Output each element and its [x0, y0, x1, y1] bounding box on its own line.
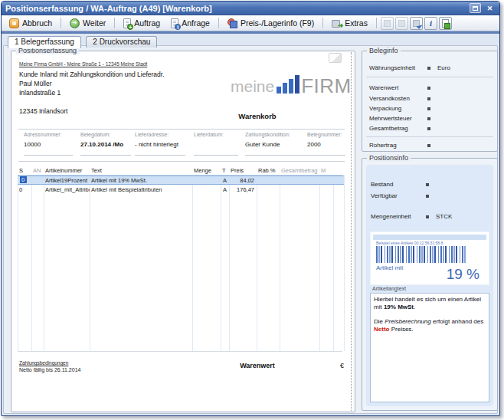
table-row-selected[interactable]: 0 Artikel19Prozent Artikel mit 19% MwSt.… — [18, 176, 344, 185]
panel-toggle-2-button[interactable] — [395, 17, 408, 30]
company-logo: meine FIRMA — [231, 75, 352, 94]
field-label: Adressnummer: — [24, 132, 73, 137]
inquiry-document-icon: i — [171, 18, 178, 28]
address-line: Kunde Inland mit Zahlungskondition und L… — [19, 71, 165, 78]
info-label: Mehrwertsteuer — [369, 115, 427, 122]
zahlungsbedingungen-label: Zahlungsbedingungen — [19, 360, 68, 366]
auftrag-button[interactable]: + Auftrag — [119, 17, 165, 30]
barcode-caption: Beispiel eines Artikels 00:12:56:31:58.8 — [376, 241, 486, 245]
selected-cell[interactable]: 0 — [20, 176, 27, 183]
separator-square-icon — [426, 215, 429, 218]
divider — [18, 161, 345, 162]
cell-artikelnummer: Artikel_mit_Attribu — [44, 186, 90, 193]
col-an[interactable]: AN — [31, 167, 44, 174]
document-page: Meine Firma GmbH - Meine Straße 1 - 1234… — [12, 52, 352, 411]
separator-square-icon — [426, 195, 429, 198]
restore-window-button[interactable] — [470, 3, 481, 13]
field-label: Lieferdatum: — [194, 132, 238, 137]
abbruch-button[interactable]: Abbruch — [5, 17, 57, 30]
col-rab[interactable]: Rab.% — [257, 167, 280, 174]
logo-word-firma: FIRMA — [301, 77, 352, 94]
col-gesamtbetrag[interactable]: Gesamtbetrag — [280, 167, 319, 174]
zahlungskondition-field[interactable]: Zahlungskondition: Guter Kunde — [245, 132, 311, 156]
cancel-icon — [9, 18, 19, 28]
field-value[interactable]: 27.10.2014 /Mo — [80, 141, 131, 148]
edit-document-button[interactable] — [410, 17, 423, 30]
close-window-button[interactable]: ✕ — [484, 3, 496, 13]
separator-square-icon — [427, 87, 430, 90]
field-value[interactable]: 10000 — [24, 141, 73, 148]
artikellangtext-box[interactable]: Hierbei handelt es sich um einen Artikel… — [370, 293, 489, 402]
barcode-text-line1: Artikel mit — [376, 264, 403, 271]
col-preis[interactable]: Preis — [229, 167, 257, 174]
divider — [18, 129, 345, 130]
anfrage-button[interactable]: i Anfrage — [166, 17, 214, 30]
info-button[interactable]: i — [424, 17, 437, 30]
col-menge[interactable]: Menge — [192, 167, 221, 174]
weiter-button[interactable]: Weiter — [65, 17, 110, 30]
next-arrow-icon — [70, 18, 80, 28]
sender-line: Meine Firma GmbH - Meine Straße 1 - 1234… — [19, 61, 147, 67]
info-label: Versandkosten — [369, 95, 427, 102]
field-value[interactable]: - nicht hinterlegt — [135, 141, 185, 148]
separator-square-icon — [427, 67, 430, 70]
separator-square-icon — [427, 107, 430, 110]
mengeneinheit-row: Mengeneinheit STCK — [371, 212, 490, 221]
col-artikelnummer[interactable]: Artikelnummer — [44, 167, 90, 174]
info-label: Warenwert — [369, 84, 427, 91]
beleginfo-group-label: Beleginfo — [367, 47, 401, 54]
panel-icon — [384, 20, 391, 27]
toolbar-separator — [218, 18, 219, 28]
titlebar[interactable]: Positionserfassung / WA-Auftrag (A49) [W… — [2, 2, 499, 15]
toolbar-separator — [114, 18, 115, 28]
info-badge-icon: i — [175, 24, 181, 30]
info-value: Euro — [437, 64, 450, 71]
address-line: Inlandstraße 1 — [19, 89, 61, 97]
restore-icon — [473, 6, 478, 11]
col-t[interactable]: T — [221, 167, 229, 174]
page-curl-icon[interactable] — [329, 53, 342, 63]
document-add-button[interactable] — [439, 17, 452, 30]
cell-text: Artikel mit 19% MwSt. — [90, 177, 192, 184]
col-s[interactable]: S — [18, 167, 31, 174]
adressnummer-field[interactable]: Adressnummer: 10000 — [24, 132, 73, 156]
info-label: Mengeneinheit — [371, 213, 426, 220]
rohertrag-row: Rohertrag — [369, 141, 493, 149]
preis-lagerinfo-button[interactable]: Preis-/Lagerinfo (F9) — [223, 17, 319, 30]
tab-druckvorschau[interactable]: 2 Druckvorschau — [86, 36, 157, 48]
verpackung-row: Verpackung — [369, 104, 493, 113]
address-line: Paul Müller — [19, 80, 52, 87]
lieferdatum-field[interactable]: Lieferdatum: — [194, 132, 238, 156]
cell-t: A — [221, 186, 229, 193]
info-label: Verfügbar — [371, 192, 426, 199]
field-value[interactable]: Guter Kunde — [245, 141, 311, 148]
bar-chart-logo-icon — [277, 75, 299, 94]
artikellangtext-label: Artikellangtext — [372, 286, 406, 291]
col-m[interactable]: M — [319, 167, 333, 174]
separator-square-icon — [427, 144, 430, 147]
table-header[interactable]: S AN Artikelnummer Text Menge T Preis Ra… — [18, 166, 344, 175]
abbruch-label: Abbruch — [22, 18, 52, 28]
extras-label: Extras — [345, 18, 368, 28]
warenwert-label: Warenwert — [219, 362, 296, 369]
table-row[interactable]: 0 Artikel_mit_Attribu Artikel mit Beispi… — [18, 185, 344, 194]
address-line: 12345 Inlandsort — [19, 107, 67, 115]
lieferadresse-field[interactable]: Lieferadresse: - nicht hinterlegt — [135, 132, 185, 156]
extras-button[interactable]: Extras — [327, 17, 372, 30]
price-stock-info-icon — [227, 18, 237, 28]
belegnummer-field[interactable]: Belegnummer: 2000 — [307, 132, 345, 156]
field-value[interactable]: 2000 — [307, 141, 345, 148]
toolbar-separator — [322, 18, 323, 28]
positionsinfo-group-label: Positionsinfo — [367, 154, 411, 162]
waehrungseinheit-row: Währungseinheit Euro — [369, 64, 493, 72]
cell-text: Artikel mit Beispielattributen — [90, 186, 192, 193]
gesamtbetrag-row: Gesamtbetrag — [369, 124, 493, 133]
field-label: Lieferadresse: — [135, 132, 185, 137]
belegdatum-field[interactable]: Belegdatum: 27.10.2014 /Mo — [80, 132, 131, 156]
col-text[interactable]: Text — [90, 167, 192, 174]
extras-icon — [332, 18, 342, 28]
tab-bar: 1 Belegerfassung 2 Druckvorschau — [8, 34, 159, 46]
tab-belegerfassung[interactable]: 1 Belegerfassung — [8, 36, 81, 48]
zahlungsbedingungen-value: Netto fällig bis 26.11.2014 — [19, 367, 80, 372]
panel-toggle-1-button[interactable] — [381, 17, 394, 30]
